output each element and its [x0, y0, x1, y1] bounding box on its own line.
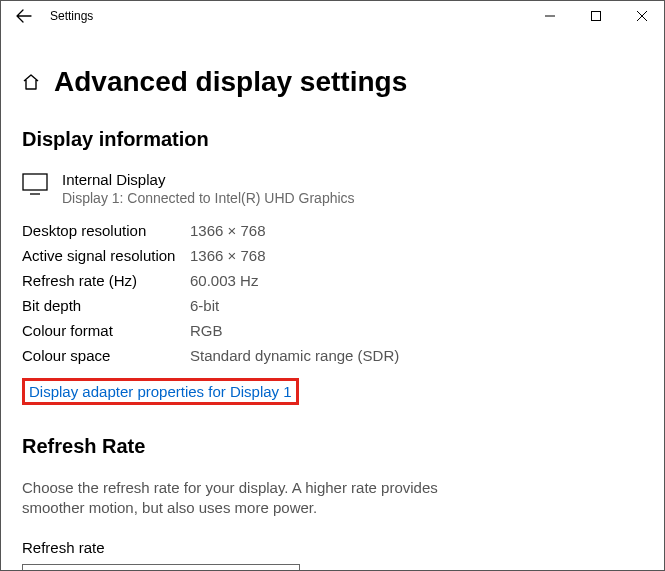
display-adapter-properties-link[interactable]: Display adapter properties for Display 1: [25, 381, 296, 402]
row-colour-space: Colour space Standard dynamic range (SDR…: [22, 347, 643, 364]
svg-rect-1: [23, 174, 47, 190]
label: Colour format: [22, 322, 190, 339]
refresh-rate-dropdown[interactable]: 60.003 Hz: [22, 564, 300, 572]
svg-rect-0: [592, 12, 601, 21]
close-icon: [637, 11, 647, 21]
back-button[interactable]: [8, 0, 40, 32]
monitor-icon: [22, 173, 48, 199]
section-title-refresh-rate: Refresh Rate: [22, 435, 643, 458]
label: Desktop resolution: [22, 222, 190, 239]
titlebar: Settings: [0, 0, 665, 32]
maximize-button[interactable]: [573, 0, 619, 32]
window-controls: [527, 0, 665, 32]
value: Standard dynamic range (SDR): [190, 347, 399, 364]
label: Refresh rate (Hz): [22, 272, 190, 289]
refresh-rate-description: Choose the refresh rate for your display…: [22, 478, 462, 519]
maximize-icon: [591, 11, 601, 21]
home-icon[interactable]: [22, 73, 40, 91]
content-area: Advanced display settings Display inform…: [0, 32, 665, 571]
window-title: Settings: [50, 9, 93, 23]
label: Colour space: [22, 347, 190, 364]
row-bit-depth: Bit depth 6-bit: [22, 297, 643, 314]
value: 6-bit: [190, 297, 219, 314]
label: Active signal resolution: [22, 247, 190, 264]
value: 1366 × 768: [190, 222, 266, 239]
highlight-box: Display adapter properties for Display 1: [22, 378, 299, 405]
row-desktop-resolution: Desktop resolution 1366 × 768: [22, 222, 643, 239]
close-button[interactable]: [619, 0, 665, 32]
page-title: Advanced display settings: [54, 66, 407, 98]
value: 60.003 Hz: [190, 272, 258, 289]
minimize-icon: [545, 11, 555, 21]
arrow-left-icon: [16, 8, 32, 24]
row-colour-format: Colour format RGB: [22, 322, 643, 339]
minimize-button[interactable]: [527, 0, 573, 32]
value: RGB: [190, 322, 223, 339]
row-refresh-rate: Refresh rate (Hz) 60.003 Hz: [22, 272, 643, 289]
label: Bit depth: [22, 297, 190, 314]
section-title-display-info: Display information: [22, 128, 643, 151]
display-summary: Internal Display Display 1: Connected to…: [22, 171, 643, 206]
refresh-rate-field-label: Refresh rate: [22, 539, 643, 556]
display-name: Internal Display: [62, 171, 355, 188]
value: 1366 × 768: [190, 247, 266, 264]
page-header: Advanced display settings: [22, 66, 643, 98]
row-active-signal-resolution: Active signal resolution 1366 × 768: [22, 247, 643, 264]
display-connection: Display 1: Connected to Intel(R) UHD Gra…: [62, 190, 355, 206]
